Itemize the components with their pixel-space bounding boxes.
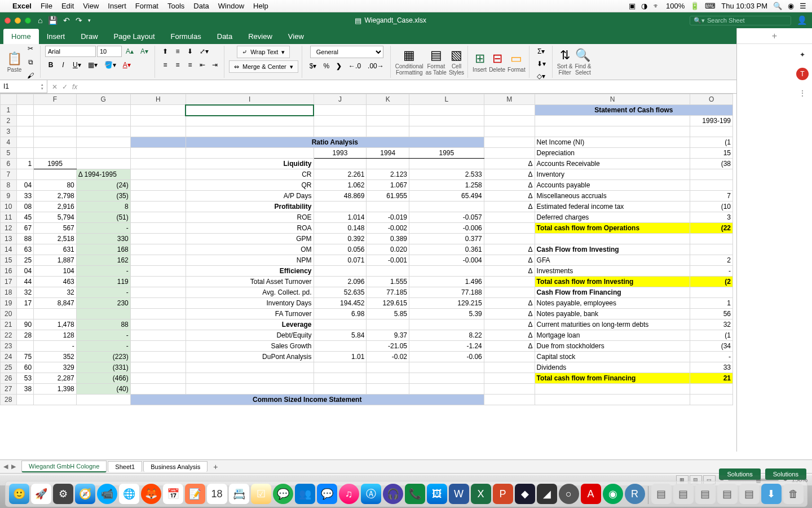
cell[interactable]: 56	[690, 309, 733, 319]
cell[interactable]: 15	[690, 148, 733, 159]
cell[interactable]: Due from stockholders	[535, 341, 690, 352]
cell[interactable]	[690, 287, 733, 298]
cell[interactable]	[186, 116, 314, 126]
cell[interactable]	[409, 159, 484, 169]
cell[interactable]: 5.39	[409, 309, 484, 319]
cell[interactable]: -21.05	[367, 341, 409, 352]
col-header[interactable]: L	[409, 94, 484, 105]
cell[interactable]: 2,916	[34, 202, 77, 212]
cell[interactable]	[367, 319, 409, 330]
cell[interactable]	[484, 234, 535, 244]
cell[interactable]: 80	[34, 180, 77, 191]
align-bottom-button[interactable]: ⬇	[184, 46, 196, 57]
decrease-font-button[interactable]: A▾	[138, 46, 151, 57]
row-header[interactable]: 18	[1, 287, 17, 298]
cell[interactable]: -1.24	[409, 341, 484, 352]
col-header[interactable]: N	[535, 94, 690, 105]
cell[interactable]	[535, 395, 690, 405]
cell[interactable]: 77.185	[367, 287, 409, 298]
dock-finder[interactable]: 🙂	[9, 484, 29, 504]
delete-cells-button[interactable]: ⊟Delete	[489, 51, 505, 73]
dock-trash[interactable]: 🗑	[783, 484, 804, 504]
menu-help[interactable]: Help	[253, 2, 268, 10]
row-header[interactable]: 27	[1, 384, 17, 395]
cell[interactable]	[367, 373, 409, 384]
dock-firefox[interactable]: 🦊	[141, 484, 161, 504]
dock-word[interactable]: W	[449, 484, 469, 504]
cell[interactable]	[130, 309, 186, 319]
dock-doc-2[interactable]: ▤	[673, 484, 694, 504]
app-menu[interactable]: Excel	[12, 2, 32, 10]
menu-data[interactable]: Data	[193, 2, 209, 10]
cell[interactable]	[130, 169, 186, 180]
cell[interactable]	[76, 105, 130, 116]
close-button[interactable]	[5, 17, 11, 24]
cell[interactable]: Δ	[484, 309, 535, 319]
cell[interactable]: 119	[76, 277, 130, 287]
cell[interactable]	[409, 319, 484, 330]
dock-app-1[interactable]: ◆	[515, 484, 535, 504]
cell[interactable]: 2.123	[367, 169, 409, 180]
cell[interactable]	[484, 223, 535, 234]
accept-formula-icon[interactable]: ✓	[62, 83, 68, 91]
sheet-nav-next[interactable]: ▶	[11, 463, 16, 470]
cell[interactable]	[484, 277, 535, 287]
cell[interactable]: 32	[690, 319, 733, 330]
row-header[interactable]: 15	[1, 255, 17, 266]
cell[interactable]: -0.006	[409, 223, 484, 234]
cell[interactable]: 9.37	[367, 330, 409, 341]
cell[interactable]	[130, 373, 186, 384]
cell[interactable]: Total cash flow from Operations	[535, 223, 690, 234]
cell[interactable]: 104	[34, 266, 77, 277]
row-header[interactable]: 7	[1, 169, 17, 180]
cell[interactable]: Sales Growth	[186, 341, 314, 352]
wrap-text-button[interactable]: ⤶Wrap Text▾	[237, 46, 290, 58]
cell[interactable]	[484, 105, 535, 116]
extension-icon[interactable]: ✦	[796, 49, 809, 61]
orientation-button[interactable]: ⤢▾	[197, 46, 211, 57]
copy-button[interactable]: ⧉	[24, 56, 37, 68]
cell[interactable]: Depreciation	[535, 148, 690, 159]
cell[interactable]: Miscellaneous accruals	[535, 191, 690, 202]
cell[interactable]	[130, 191, 186, 202]
cell[interactable]: 08	[16, 202, 34, 212]
cell[interactable]: 04	[16, 180, 34, 191]
cell[interactable]: Current maturities on long-term debts	[535, 319, 690, 330]
dock-reminders[interactable]: ☑	[251, 484, 271, 504]
dock-facetime[interactable]: 📞	[405, 484, 425, 504]
cell[interactable]: 32	[16, 287, 34, 298]
cell[interactable]: -0.019	[367, 212, 409, 223]
cell[interactable]: -	[76, 287, 130, 298]
cell[interactable]	[535, 116, 690, 126]
cell[interactable]	[409, 126, 484, 137]
cell[interactable]: (1	[690, 137, 733, 148]
cell[interactable]: 53	[16, 373, 34, 384]
cell[interactable]: 1993	[314, 148, 367, 159]
cell[interactable]	[130, 126, 186, 137]
cell[interactable]: 32	[34, 287, 77, 298]
cell[interactable]	[690, 244, 733, 255]
col-header[interactable]: H	[130, 94, 186, 105]
keyboard-icon[interactable]: ⌨	[705, 2, 716, 10]
cell[interactable]	[34, 169, 77, 180]
dock-app-4[interactable]: ◉	[603, 484, 623, 504]
cell[interactable]: Dividends	[535, 362, 690, 373]
tab-data[interactable]: Data	[209, 29, 240, 44]
row-header[interactable]: 20	[1, 309, 17, 319]
cell[interactable]	[314, 373, 367, 384]
cell[interactable]: 8	[76, 202, 130, 212]
cell[interactable]: 0.377	[409, 234, 484, 244]
cell[interactable]: 1.062	[314, 180, 367, 191]
cell[interactable]: Notes payable, employees	[535, 298, 690, 309]
tab-insert[interactable]: Insert	[39, 29, 73, 44]
col-header[interactable]	[16, 94, 34, 105]
menu-edit[interactable]: Edit	[61, 2, 74, 10]
cell[interactable]: ROA	[186, 223, 314, 234]
cell[interactable]: (331)	[76, 362, 130, 373]
cell[interactable]	[409, 384, 484, 395]
cell[interactable]	[130, 319, 186, 330]
cell[interactable]: 463	[34, 277, 77, 287]
cell[interactable]	[130, 330, 186, 341]
cell[interactable]: 60	[16, 362, 34, 373]
cell[interactable]: Inventory	[535, 169, 690, 180]
